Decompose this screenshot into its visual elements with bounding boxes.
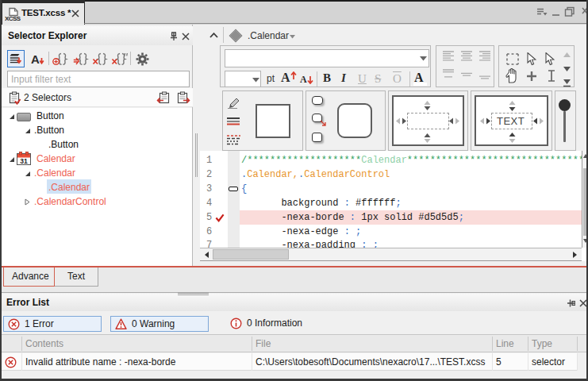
svg-text:XCSS: XCSS (5, 15, 21, 21)
svg-text:A: A (31, 53, 40, 66)
svg-text:31: 31 (20, 157, 28, 165)
